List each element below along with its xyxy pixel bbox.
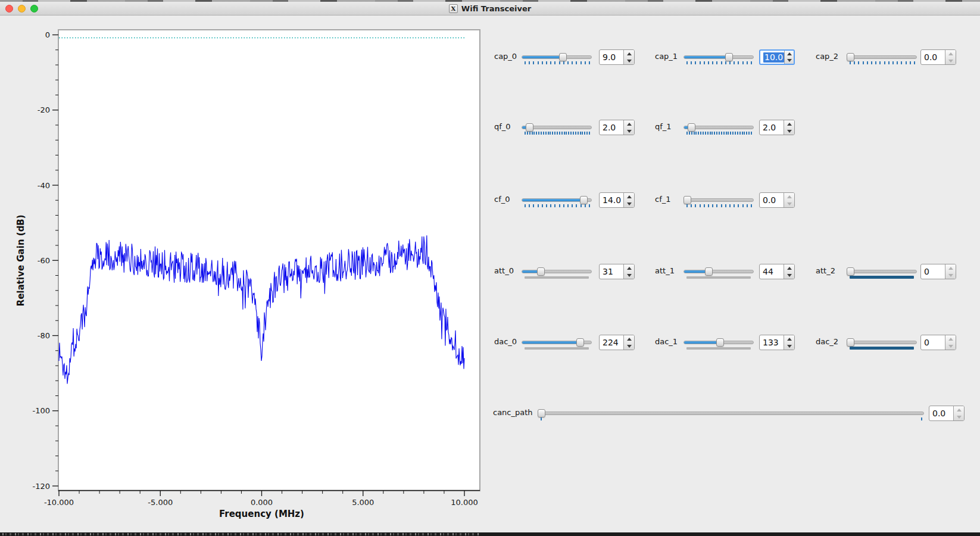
slider-cf_0[interactable] xyxy=(522,195,592,210)
spinbox-value[interactable]: 0 xyxy=(921,335,945,350)
slider-handle[interactable] xyxy=(725,53,733,61)
slider-groove[interactable] xyxy=(683,198,754,202)
slider-groove[interactable] xyxy=(847,270,917,273)
slider-groove[interactable] xyxy=(847,341,917,344)
spinbox-cap_0[interactable]: 9.0 xyxy=(599,49,635,65)
slider-handle[interactable] xyxy=(688,123,695,132)
spinbox-value[interactable]: 31 xyxy=(600,264,623,279)
spinbox-cf_0[interactable]: 14.0 xyxy=(599,192,635,208)
spinbox-down-button[interactable] xyxy=(624,272,634,279)
slider-dac_0[interactable] xyxy=(522,338,592,352)
spinbox-down-button[interactable] xyxy=(624,342,634,350)
spinbox-up-button[interactable] xyxy=(624,193,634,200)
spinbox-buttons xyxy=(623,264,634,279)
spinbox-value[interactable]: 14.0 xyxy=(600,193,623,207)
spinbox-up-button[interactable] xyxy=(945,50,956,57)
spinbox-down-button[interactable] xyxy=(945,342,956,350)
spinbox-down-button[interactable] xyxy=(784,127,794,135)
spinbox-dac_1[interactable]: 133 xyxy=(759,335,795,350)
spinbox-cap_1[interactable]: 10.0 xyxy=(759,49,795,65)
spinbox-up-button[interactable] xyxy=(784,335,794,342)
slider-groove[interactable] xyxy=(522,55,592,59)
spinbox-buttons xyxy=(623,193,634,207)
slider-handle[interactable] xyxy=(683,196,691,204)
spinbox-up-button[interactable] xyxy=(624,264,634,272)
slider-handle[interactable] xyxy=(847,267,854,276)
spinbox-down-button[interactable] xyxy=(784,272,794,279)
slider-dac_1[interactable] xyxy=(683,338,754,352)
slider-cap_0[interactable] xyxy=(522,52,592,67)
slider-att_1[interactable] xyxy=(683,267,754,281)
slider-groove[interactable] xyxy=(683,270,754,273)
slider-handle[interactable] xyxy=(580,196,588,204)
slider-handle[interactable] xyxy=(537,267,545,276)
spinbox-value[interactable]: 0.0 xyxy=(760,193,784,207)
slider-handle[interactable] xyxy=(716,338,724,347)
spinbox-up-button[interactable] xyxy=(624,50,634,57)
spinbox-down-button[interactable] xyxy=(624,200,634,207)
slider-handle[interactable] xyxy=(526,123,533,132)
slider-canc_path[interactable] xyxy=(538,409,924,423)
spinbox-qf_1[interactable]: 2.0 xyxy=(759,120,795,135)
slider-att_2[interactable] xyxy=(847,267,917,281)
spinbox-up-button[interactable] xyxy=(945,264,956,272)
slider-qf_0[interactable] xyxy=(522,123,592,137)
slider-cap_1[interactable] xyxy=(683,52,754,67)
slider-handle[interactable] xyxy=(847,338,854,347)
slider-att_0[interactable] xyxy=(522,267,592,281)
spinbox-dac_0[interactable]: 224 xyxy=(599,335,635,350)
slider-handle[interactable] xyxy=(576,338,584,347)
spinbox-up-button[interactable] xyxy=(785,51,794,57)
spinbox-up-button[interactable] xyxy=(945,335,956,342)
spinbox-value[interactable]: 2.0 xyxy=(760,120,784,135)
spinbox-down-button[interactable] xyxy=(785,57,794,64)
spinbox-value[interactable]: 0 xyxy=(921,264,945,279)
spinbox-cap_2[interactable]: 0.0 xyxy=(920,49,956,65)
spinbox-value[interactable]: 44 xyxy=(760,264,784,279)
slider-qf_1[interactable] xyxy=(683,123,754,137)
spinbox-value[interactable]: 2.0 xyxy=(600,120,623,135)
slider-groove[interactable] xyxy=(683,55,754,59)
spinbox-up-button[interactable] xyxy=(784,120,794,127)
spinbox-value[interactable]: 0.0 xyxy=(929,406,953,420)
spinbox-down-button[interactable] xyxy=(624,57,634,64)
spinbox-down-button[interactable] xyxy=(784,200,794,207)
spinbox-up-button[interactable] xyxy=(784,193,794,200)
slider-fill xyxy=(522,199,585,201)
spinbox-buttons xyxy=(945,335,956,350)
spinbox-value[interactable]: 133 xyxy=(760,335,784,350)
spinbox-down-button[interactable] xyxy=(624,127,634,135)
spinbox-qf_0[interactable]: 2.0 xyxy=(599,120,635,135)
slider-groove[interactable] xyxy=(538,412,924,415)
control-label-cap_1: cap_1 xyxy=(655,52,678,61)
slider-cap_2[interactable] xyxy=(847,52,917,67)
spinbox-value[interactable]: 224 xyxy=(600,335,623,350)
spinbox-down-button[interactable] xyxy=(954,413,964,420)
spinbox-up-button[interactable] xyxy=(624,335,634,342)
spinbox-dac_2[interactable]: 0 xyxy=(920,335,956,350)
spinbox-att_2[interactable]: 0 xyxy=(920,264,956,279)
spinbox-up-button[interactable] xyxy=(954,406,964,413)
x-tick-label: -5.000 xyxy=(148,498,173,507)
spinbox-up-button[interactable] xyxy=(784,264,794,272)
slider-groove[interactable] xyxy=(847,55,917,59)
spinbox-att_0[interactable]: 31 xyxy=(599,264,635,279)
slider-dac_2[interactable] xyxy=(847,338,917,352)
slider-handle[interactable] xyxy=(559,53,567,61)
spinbox-cf_1[interactable]: 0.0 xyxy=(759,192,795,208)
slider-handle[interactable] xyxy=(705,267,713,276)
slider-cf_1[interactable] xyxy=(683,195,754,210)
slider-groove[interactable] xyxy=(522,270,592,273)
slider-handle[interactable] xyxy=(538,409,545,417)
slider-handle[interactable] xyxy=(847,53,854,61)
spinbox-up-button[interactable] xyxy=(624,120,634,127)
spinbox-canc_path[interactable]: 0.0 xyxy=(929,406,965,421)
slider-fill xyxy=(522,56,564,58)
spinbox-value[interactable]: 9.0 xyxy=(600,50,623,64)
spinbox-down-button[interactable] xyxy=(784,342,794,350)
spinbox-value[interactable]: 0.0 xyxy=(921,50,945,64)
spinbox-value[interactable]: 10.0 xyxy=(760,51,784,64)
spinbox-down-button[interactable] xyxy=(945,272,956,279)
spinbox-att_1[interactable]: 44 xyxy=(759,264,795,279)
spinbox-down-button[interactable] xyxy=(945,57,956,64)
